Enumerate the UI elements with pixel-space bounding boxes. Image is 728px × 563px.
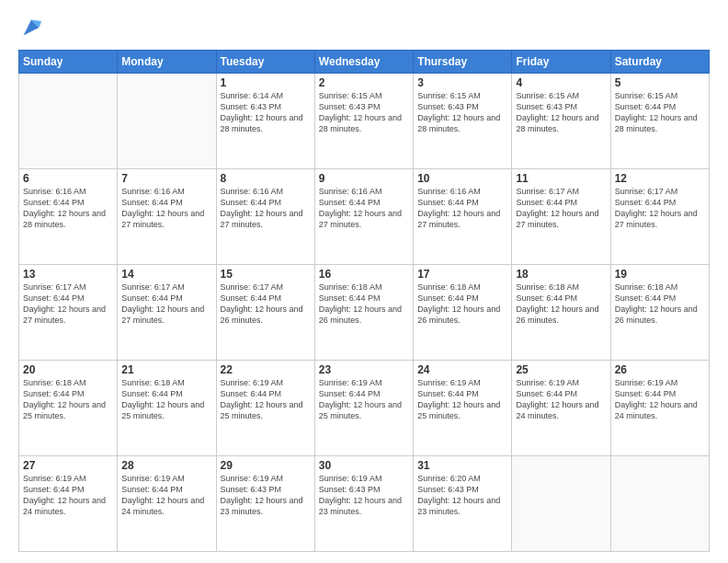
day-info: Sunrise: 6:17 AM Sunset: 6:44 PM Dayligh… <box>121 282 211 327</box>
calendar-week-1: 1Sunrise: 6:14 AM Sunset: 6:43 PM Daylig… <box>19 74 710 169</box>
day-info: Sunrise: 6:17 AM Sunset: 6:44 PM Dayligh… <box>516 186 606 231</box>
day-info: Sunrise: 6:18 AM Sunset: 6:44 PM Dayligh… <box>516 282 606 327</box>
calendar-cell: 10Sunrise: 6:16 AM Sunset: 6:44 PM Dayli… <box>414 169 512 265</box>
day-info: Sunrise: 6:16 AM Sunset: 6:44 PM Dayligh… <box>319 186 409 231</box>
day-number: 20 <box>23 363 113 376</box>
day-info: Sunrise: 6:18 AM Sunset: 6:44 PM Dayligh… <box>23 377 113 422</box>
day-info: Sunrise: 6:17 AM Sunset: 6:44 PM Dayligh… <box>221 282 311 327</box>
day-info: Sunrise: 6:15 AM Sunset: 6:43 PM Dayligh… <box>417 90 507 135</box>
calendar-cell: 2Sunrise: 6:15 AM Sunset: 6:43 PM Daylig… <box>314 74 413 169</box>
calendar-cell: 16Sunrise: 6:18 AM Sunset: 6:44 PM Dayli… <box>314 265 413 361</box>
logo <box>18 15 48 40</box>
calendar-cell: 21Sunrise: 6:18 AM Sunset: 6:44 PM Dayli… <box>118 361 216 456</box>
day-info: Sunrise: 6:19 AM Sunset: 6:43 PM Dayligh… <box>221 473 311 518</box>
day-info: Sunrise: 6:14 AM Sunset: 6:43 PM Dayligh… <box>221 90 311 135</box>
day-info: Sunrise: 6:17 AM Sunset: 6:44 PM Dayligh… <box>615 186 705 231</box>
calendar-cell: 31Sunrise: 6:20 AM Sunset: 6:43 PM Dayli… <box>414 456 512 552</box>
calendar-week-3: 13Sunrise: 6:17 AM Sunset: 6:44 PM Dayli… <box>19 265 710 361</box>
day-info: Sunrise: 6:16 AM Sunset: 6:44 PM Dayligh… <box>23 186 113 231</box>
day-number: 13 <box>23 268 113 281</box>
calendar-cell: 24Sunrise: 6:19 AM Sunset: 6:44 PM Dayli… <box>414 361 512 456</box>
day-number: 24 <box>417 363 507 376</box>
day-number: 26 <box>615 363 705 376</box>
calendar-table: SundayMondayTuesdayWednesdayThursdayFrid… <box>18 50 710 552</box>
day-info: Sunrise: 6:19 AM Sunset: 6:44 PM Dayligh… <box>121 473 211 518</box>
day-number: 11 <box>516 172 606 185</box>
day-number: 15 <box>221 268 311 281</box>
day-number: 12 <box>615 172 705 185</box>
day-number: 22 <box>221 363 311 376</box>
calendar-header-friday: Friday <box>512 51 610 74</box>
day-number: 3 <box>417 76 507 89</box>
header <box>18 15 710 40</box>
calendar-cell: 3Sunrise: 6:15 AM Sunset: 6:43 PM Daylig… <box>414 74 512 169</box>
calendar-cell: 7Sunrise: 6:16 AM Sunset: 6:44 PM Daylig… <box>118 169 216 265</box>
day-info: Sunrise: 6:20 AM Sunset: 6:43 PM Dayligh… <box>417 473 507 518</box>
day-number: 6 <box>23 172 113 185</box>
day-number: 7 <box>121 172 211 185</box>
calendar-cell: 1Sunrise: 6:14 AM Sunset: 6:43 PM Daylig… <box>216 74 314 169</box>
calendar-header-row: SundayMondayTuesdayWednesdayThursdayFrid… <box>19 51 710 74</box>
day-info: Sunrise: 6:18 AM Sunset: 6:44 PM Dayligh… <box>319 282 409 327</box>
day-number: 1 <box>221 76 311 89</box>
calendar-cell: 20Sunrise: 6:18 AM Sunset: 6:44 PM Dayli… <box>19 361 118 456</box>
day-number: 28 <box>121 459 211 472</box>
calendar-cell <box>19 74 118 169</box>
calendar-cell: 4Sunrise: 6:15 AM Sunset: 6:43 PM Daylig… <box>512 74 610 169</box>
calendar-header-monday: Monday <box>118 51 216 74</box>
day-info: Sunrise: 6:15 AM Sunset: 6:43 PM Dayligh… <box>319 90 409 135</box>
logo-icon <box>18 15 44 40</box>
day-number: 21 <box>121 363 211 376</box>
calendar-cell: 18Sunrise: 6:18 AM Sunset: 6:44 PM Dayli… <box>512 265 610 361</box>
day-number: 9 <box>319 172 409 185</box>
calendar-header-thursday: Thursday <box>414 51 512 74</box>
calendar-cell: 23Sunrise: 6:19 AM Sunset: 6:44 PM Dayli… <box>314 361 413 456</box>
calendar-cell: 22Sunrise: 6:19 AM Sunset: 6:44 PM Dayli… <box>216 361 314 456</box>
calendar-cell: 26Sunrise: 6:19 AM Sunset: 6:44 PM Dayli… <box>610 361 709 456</box>
day-info: Sunrise: 6:19 AM Sunset: 6:43 PM Dayligh… <box>319 473 409 518</box>
calendar-cell: 11Sunrise: 6:17 AM Sunset: 6:44 PM Dayli… <box>512 169 610 265</box>
calendar-cell: 8Sunrise: 6:16 AM Sunset: 6:44 PM Daylig… <box>216 169 314 265</box>
calendar-header-tuesday: Tuesday <box>216 51 314 74</box>
day-number: 23 <box>319 363 409 376</box>
day-number: 17 <box>417 268 507 281</box>
calendar-cell: 5Sunrise: 6:15 AM Sunset: 6:44 PM Daylig… <box>610 74 709 169</box>
day-number: 31 <box>417 459 507 472</box>
day-number: 25 <box>516 363 606 376</box>
day-info: Sunrise: 6:15 AM Sunset: 6:43 PM Dayligh… <box>516 90 606 135</box>
calendar-week-2: 6Sunrise: 6:16 AM Sunset: 6:44 PM Daylig… <box>19 169 710 265</box>
calendar-cell: 15Sunrise: 6:17 AM Sunset: 6:44 PM Dayli… <box>216 265 314 361</box>
day-number: 10 <box>417 172 507 185</box>
day-info: Sunrise: 6:19 AM Sunset: 6:44 PM Dayligh… <box>221 377 311 422</box>
calendar-cell: 27Sunrise: 6:19 AM Sunset: 6:44 PM Dayli… <box>19 456 118 552</box>
day-number: 8 <box>221 172 311 185</box>
calendar-week-4: 20Sunrise: 6:18 AM Sunset: 6:44 PM Dayli… <box>19 361 710 456</box>
day-info: Sunrise: 6:19 AM Sunset: 6:44 PM Dayligh… <box>615 377 705 422</box>
calendar-cell: 17Sunrise: 6:18 AM Sunset: 6:44 PM Dayli… <box>414 265 512 361</box>
day-info: Sunrise: 6:18 AM Sunset: 6:44 PM Dayligh… <box>121 377 211 422</box>
calendar-cell <box>512 456 610 552</box>
day-number: 16 <box>319 268 409 281</box>
calendar-cell: 6Sunrise: 6:16 AM Sunset: 6:44 PM Daylig… <box>19 169 118 265</box>
day-info: Sunrise: 6:17 AM Sunset: 6:44 PM Dayligh… <box>23 282 113 327</box>
calendar-cell: 9Sunrise: 6:16 AM Sunset: 6:44 PM Daylig… <box>314 169 413 265</box>
day-info: Sunrise: 6:19 AM Sunset: 6:44 PM Dayligh… <box>417 377 507 422</box>
calendar-cell: 13Sunrise: 6:17 AM Sunset: 6:44 PM Dayli… <box>19 265 118 361</box>
day-number: 5 <box>615 76 705 89</box>
calendar-cell: 12Sunrise: 6:17 AM Sunset: 6:44 PM Dayli… <box>610 169 709 265</box>
calendar-header-wednesday: Wednesday <box>314 51 413 74</box>
calendar-cell: 19Sunrise: 6:18 AM Sunset: 6:44 PM Dayli… <box>610 265 709 361</box>
day-info: Sunrise: 6:16 AM Sunset: 6:44 PM Dayligh… <box>417 186 507 231</box>
day-info: Sunrise: 6:19 AM Sunset: 6:44 PM Dayligh… <box>516 377 606 422</box>
day-number: 2 <box>319 76 409 89</box>
day-number: 4 <box>516 76 606 89</box>
calendar-cell: 29Sunrise: 6:19 AM Sunset: 6:43 PM Dayli… <box>216 456 314 552</box>
calendar-cell: 14Sunrise: 6:17 AM Sunset: 6:44 PM Dayli… <box>118 265 216 361</box>
calendar-cell: 25Sunrise: 6:19 AM Sunset: 6:44 PM Dayli… <box>512 361 610 456</box>
day-info: Sunrise: 6:15 AM Sunset: 6:44 PM Dayligh… <box>615 90 705 135</box>
day-number: 30 <box>319 459 409 472</box>
day-number: 27 <box>23 459 113 472</box>
day-info: Sunrise: 6:18 AM Sunset: 6:44 PM Dayligh… <box>417 282 507 327</box>
calendar-cell: 28Sunrise: 6:19 AM Sunset: 6:44 PM Dayli… <box>118 456 216 552</box>
day-number: 29 <box>221 459 311 472</box>
